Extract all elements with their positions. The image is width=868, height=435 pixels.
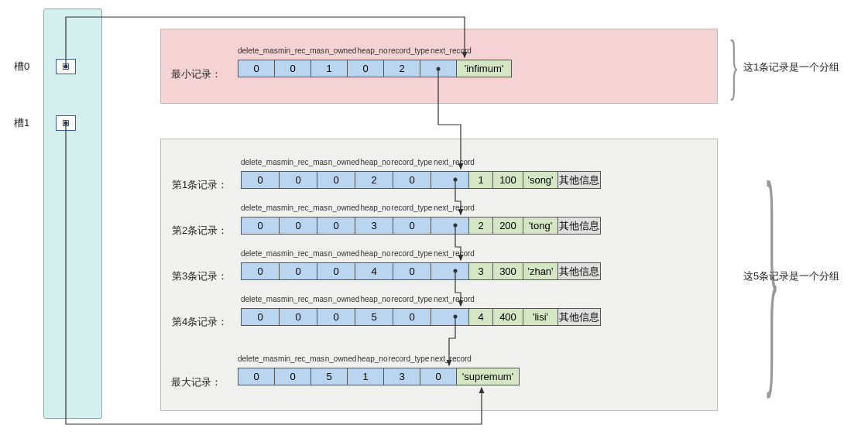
max-cell-4: 3	[383, 368, 420, 385]
rec2-cell-1: 0	[279, 217, 317, 235]
hdr-min-rec-mask: min_rec_mask	[278, 46, 324, 55]
max-hdr-2: n_owned	[324, 355, 357, 363]
rec3-hdr-0: delete_mask	[241, 249, 281, 258]
rec1-hdr-0: delete_mask	[241, 158, 281, 166]
rec2-extra-2: 'tong'	[523, 217, 558, 235]
rec1-extra-0: 1	[468, 171, 493, 189]
rec3-hdr-5: next_record	[433, 249, 475, 258]
rec3-extra-2: 'zhan'	[523, 262, 558, 280]
rec1-hdr-3: heap_no	[360, 158, 391, 166]
rec4-extra-3: 其他信息	[558, 308, 601, 326]
max-cell-0: 0	[238, 368, 275, 385]
record-3-label: 第3条记录：	[172, 269, 228, 283]
min-record-cells: 0 0 1 0 2 'infimum'	[238, 60, 512, 77]
rec1-cell-3: 2	[355, 171, 393, 189]
min-cell-0: 0	[238, 60, 275, 77]
slot1-pointer	[63, 120, 69, 126]
rec2-hdr-0: delete_mask	[241, 204, 281, 212]
rec4-extra-2: 'lisi'	[523, 308, 558, 326]
rec4-cell-1: 0	[279, 308, 317, 326]
rec3-cell-5	[431, 262, 469, 280]
record-3-cells: 000403300'zhan'其他信息	[241, 262, 601, 280]
rec4-hdr-5: next_record	[433, 295, 475, 303]
min-cell-1: 0	[274, 60, 311, 77]
record-2-headers: delete_maskmin_rec_maskn_ownedheap_norec…	[241, 204, 475, 212]
record-4-cells: 000504400'lisi'其他信息	[241, 308, 601, 326]
note-group1: 这1条记录是一个分组	[743, 60, 839, 74]
rec3-cell-0: 0	[241, 262, 280, 280]
brace-1: }	[729, 29, 739, 103]
rec4-hdr-0: delete_mask	[241, 295, 281, 303]
rec4-extra-0: 4	[468, 308, 493, 326]
hdr-record-type: record_type	[388, 46, 430, 55]
rec2-cell-5	[431, 217, 469, 235]
hdr-n-owned: n_owned	[324, 46, 357, 55]
max-record-headers: delete_mask min_rec_mask n_owned heap_no…	[238, 355, 472, 363]
rec2-hdr-4: record_type	[391, 204, 433, 212]
rec1-cell-0: 0	[241, 171, 280, 189]
rec2-cell-0: 0	[241, 217, 280, 235]
min-record-headers: delete_mask min_rec_mask n_owned heap_no…	[238, 46, 472, 55]
max-hdr-5: next_record	[430, 355, 472, 363]
rec3-cell-3: 4	[355, 262, 393, 280]
rec3-extra-1: 300	[492, 262, 523, 280]
rec4-hdr-3: heap_no	[360, 295, 391, 303]
rec1-hdr-1: min_rec_mask	[281, 158, 328, 166]
hdr-delete-mask: delete_mask	[238, 46, 278, 55]
max-cell-3: 1	[347, 368, 384, 385]
slot0-box	[56, 59, 76, 74]
slot0-pointer	[63, 63, 69, 70]
max-hdr-4: record_type	[388, 355, 430, 363]
rec3-cell-2: 0	[317, 262, 355, 280]
rec1-cell-4: 0	[393, 171, 431, 189]
rec4-cell-3: 5	[355, 308, 393, 326]
rec2-extra-0: 2	[468, 217, 493, 235]
min-cell-5	[420, 60, 457, 77]
record-2-label: 第2条记录：	[172, 224, 228, 238]
rec2-hdr-2: n_owned	[328, 204, 360, 212]
max-hdr-3: heap_no	[357, 355, 388, 363]
hdr-next-record: next_record	[430, 46, 472, 55]
slot0-label: 槽0	[14, 60, 29, 74]
max-cell-5: 0	[420, 368, 457, 385]
rec3-cell-4: 0	[393, 262, 431, 280]
rec1-hdr-4: record_type	[391, 158, 433, 166]
record-4-headers: delete_maskmin_rec_maskn_ownedheap_norec…	[241, 295, 475, 303]
note-group2: 这5条记录是一个分组	[743, 269, 839, 283]
rec4-cell-4: 0	[393, 308, 431, 326]
rec2-cell-3: 3	[355, 217, 393, 235]
record-4-label: 第4条记录：	[172, 315, 228, 329]
rec4-cell-0: 0	[241, 308, 280, 326]
max-cell-2: 5	[310, 368, 348, 385]
max-hdr-0: delete_mask	[238, 355, 278, 363]
hdr-heap-no: heap_no	[357, 46, 388, 55]
record-1-cells: 000201100'song'其他信息	[241, 171, 601, 189]
max-cell-1: 0	[274, 368, 311, 385]
rec4-hdr-4: record_type	[391, 295, 433, 303]
min-cell-4: 2	[383, 60, 420, 77]
rec3-extra-0: 3	[468, 262, 493, 280]
rec1-cell-2: 0	[317, 171, 355, 189]
rec2-cell-4: 0	[393, 217, 431, 235]
rec1-extra-3: 其他信息	[558, 171, 601, 189]
record-2-cells: 000302200'tong'其他信息	[241, 217, 601, 235]
slot1-label: 槽1	[14, 116, 29, 130]
rec4-hdr-2: n_owned	[328, 295, 360, 303]
max-record-cells: 0 0 5 1 3 0 'supremum'	[238, 368, 520, 385]
rec3-hdr-3: heap_no	[360, 249, 391, 258]
max-cell-data: 'supremum'	[456, 368, 520, 385]
record-1-headers: delete_maskmin_rec_maskn_ownedheap_norec…	[241, 158, 475, 166]
max-hdr-1: min_rec_mask	[278, 355, 324, 363]
rec1-extra-2: 'song'	[523, 171, 558, 189]
rec1-cell-5	[431, 171, 469, 189]
rec3-hdr-4: record_type	[391, 249, 433, 258]
rec3-cell-1: 0	[279, 262, 317, 280]
max-record-label: 最大记录：	[171, 375, 221, 389]
rec4-hdr-1: min_rec_mask	[281, 295, 328, 303]
rec2-extra-3: 其他信息	[558, 217, 601, 235]
record-1-label: 第1条记录：	[172, 178, 228, 192]
rec2-hdr-3: heap_no	[360, 204, 391, 212]
rec2-hdr-1: min_rec_mask	[281, 204, 328, 212]
record-3-headers: delete_maskmin_rec_maskn_ownedheap_norec…	[241, 249, 475, 258]
rec2-cell-2: 0	[317, 217, 355, 235]
